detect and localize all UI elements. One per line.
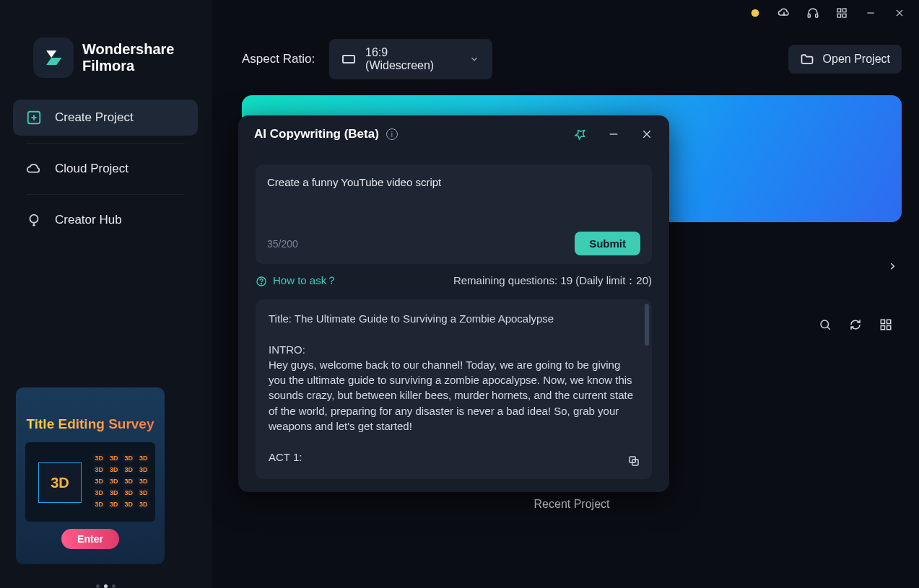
how-to-ask-link[interactable]: How to ask？ — [256, 274, 337, 288]
svg-rect-4 — [842, 9, 846, 12]
svg-line-27 — [827, 327, 830, 330]
notification-icon[interactable] — [749, 6, 762, 19]
sidebar-item-label: Create Project — [55, 110, 134, 125]
svg-rect-30 — [881, 326, 884, 330]
filmora-logo-icon — [33, 38, 74, 78]
sidebar-nav: Create Project Cloud Project Creator Hub — [0, 100, 211, 238]
folder-icon — [800, 52, 814, 66]
app-logo: Wondershare Filmora — [0, 9, 211, 100]
svg-rect-31 — [887, 326, 891, 330]
feature-next-button[interactable] — [883, 249, 902, 284]
survey-enter-button[interactable]: Enter — [61, 529, 119, 549]
aspect-ratio-select[interactable]: 16:9 (Widescreen) — [329, 39, 492, 79]
bulb-icon — [26, 212, 42, 228]
output-box[interactable]: Title: The Ultimate Guide to Surviving a… — [256, 299, 652, 479]
svg-marker-10 — [46, 51, 56, 58]
svg-rect-2 — [816, 14, 818, 18]
chevron-down-icon — [469, 54, 479, 64]
cloud-download-icon[interactable] — [778, 6, 790, 19]
close-icon[interactable] — [893, 6, 906, 19]
modal-header: AI Copywriting (Beta) i — [238, 115, 669, 149]
open-project-button[interactable]: Open Project — [788, 45, 902, 74]
prompt-text[interactable]: Create a funny YouTube video script — [267, 176, 640, 232]
grid-view-icon[interactable] — [879, 317, 893, 332]
cloud-icon — [26, 161, 42, 177]
survey-title: Title Editing Survey — [26, 416, 154, 432]
svg-rect-6 — [842, 14, 846, 17]
submit-button[interactable]: Submit — [575, 232, 640, 255]
output-act-label: ACT 1: — [269, 449, 639, 465]
top-row: Aspect Ratio: 16:9 (Widescreen) Open Pro… — [242, 39, 902, 79]
scrollbar-thumb[interactable] — [645, 304, 649, 346]
copy-icon[interactable] — [627, 455, 642, 469]
question-icon — [256, 276, 267, 287]
svg-point-0 — [752, 9, 759, 17]
apps-icon[interactable] — [835, 6, 848, 19]
sidebar-item-cloud-project[interactable]: Cloud Project — [13, 151, 198, 187]
output-title-line: Title: The Ultimate Guide to Surviving a… — [269, 311, 639, 326]
search-icon[interactable] — [818, 317, 832, 332]
logo-line2: Filmora — [82, 58, 174, 74]
aspect-ratio-value: 16:9 (Widescreen) — [365, 46, 459, 72]
modal-title: AI Copywriting (Beta) — [254, 127, 379, 141]
survey-promo-card[interactable]: Title Editing Survey 3D 3D3D3D3D 3D3D3D3… — [16, 387, 165, 564]
how-to-ask-label: How to ask？ — [273, 274, 337, 288]
divider — [26, 194, 185, 195]
carousel-dots[interactable] — [0, 584, 211, 588]
output-intro-label: INTRO: — [269, 342, 639, 357]
survey-3d-badge: 3D — [38, 462, 82, 503]
svg-rect-28 — [881, 320, 884, 323]
sidebar-item-create-project[interactable]: Create Project — [13, 100, 198, 136]
char-count: 35/200 — [267, 238, 298, 250]
aspect-ratio-label: Aspect Ratio: — [242, 52, 315, 66]
sidebar-item-creator-hub[interactable]: Creator Hub — [13, 202, 198, 238]
survey-thumbnail: 3D 3D3D3D3D 3D3D3D3D 3D3D3D3D 3D3D3D3D 3… — [25, 442, 155, 522]
refresh-icon[interactable] — [848, 317, 863, 332]
sidebar: Wondershare Filmora Create Project Cloud… — [0, 0, 212, 588]
svg-rect-5 — [837, 14, 841, 17]
remaining-questions: Remaining questions: 19 (Daily limit：20) — [453, 274, 652, 288]
survey-grid: 3D3D3D3D 3D3D3D3D 3D3D3D3D 3D3D3D3D 3D3D… — [93, 454, 149, 509]
help-row: How to ask？ Remaining questions: 19 (Dai… — [238, 264, 669, 295]
sidebar-item-label: Creator Hub — [55, 213, 122, 227]
plus-square-icon — [26, 110, 42, 126]
sidebar-item-label: Cloud Project — [55, 162, 129, 176]
ai-copywriting-modal: AI Copywriting (Beta) i Create a funny Y… — [238, 115, 669, 492]
open-project-label: Open Project — [823, 53, 890, 66]
pin-icon[interactable] — [574, 128, 587, 141]
divider — [26, 143, 185, 144]
minimize-icon[interactable] — [864, 6, 877, 19]
info-icon[interactable]: i — [386, 128, 398, 140]
logo-line1: Wondershare — [82, 41, 174, 58]
window-titlebar — [749, 0, 919, 26]
svg-rect-1 — [808, 14, 810, 18]
screen-icon — [342, 55, 355, 63]
modal-minimize-icon[interactable] — [607, 128, 620, 141]
svg-point-15 — [30, 215, 38, 223]
prompt-input-box[interactable]: Create a funny YouTube video script 35/2… — [256, 164, 652, 264]
svg-point-36 — [261, 283, 261, 284]
output-intro-body: Hey guys, welcome back to our channel! T… — [269, 357, 639, 434]
svg-rect-3 — [837, 9, 841, 12]
headset-icon[interactable] — [806, 6, 819, 19]
svg-rect-29 — [887, 320, 891, 323]
svg-marker-11 — [46, 58, 61, 65]
svg-point-26 — [821, 320, 829, 328]
recent-project-label: Recent Project — [242, 498, 902, 511]
modal-close-icon[interactable] — [640, 128, 653, 141]
